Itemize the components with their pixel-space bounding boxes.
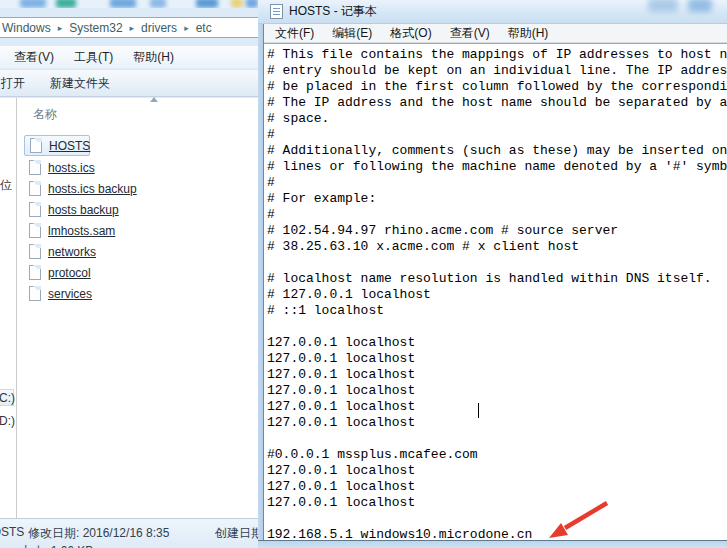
hosts-file-text: # This file contains the mappings of IP … [264,44,727,540]
chevron-right-icon: ▸ [53,23,68,33]
file-icon [29,244,41,259]
nav-pane-fragment[interactable]: 位 [0,177,12,194]
chevron-right-icon: ▸ [179,23,194,33]
file-row[interactable]: services [24,283,254,304]
menu-edit[interactable]: 编辑(E) [323,25,381,42]
blurred-toolbar-icon [20,0,46,8]
file-icon [29,202,41,217]
details-modified-date: 修改日期: 2016/12/16 8:35 [28,525,169,542]
window-title: HOSTS - 记事本 [289,3,377,20]
blurred-toolbar-icon [150,0,166,8]
file-name: services [48,287,92,301]
sort-ascending-icon [150,97,158,102]
new-folder-button[interactable]: 新建文件夹 [38,75,122,92]
menu-view[interactable]: 查看(V) [441,25,499,42]
menu-view[interactable]: 查看(V) [4,49,64,66]
column-header-name[interactable]: 名称 [33,106,57,123]
annotation-arrow [535,493,625,547]
file-icon [29,265,41,280]
blurred-toolbar-icon [231,0,243,8]
nav-item-drive-c[interactable]: C:) [0,391,15,405]
menu-tools[interactable]: 工具(T) [64,49,123,66]
text-caret [478,403,479,418]
details-pane: HOSTS 修改日期: 2016/12/16 8:35 创建日期: 大小: 1.… [0,518,262,548]
details-file-name: HOSTS [0,525,24,539]
file-icon [29,181,41,196]
breadcrumb-item-windows[interactable]: Windows [0,21,53,35]
file-icon [30,138,42,153]
menu-help[interactable]: 帮助(H) [123,49,184,66]
breadcrumb-item-drivers[interactable]: drivers [139,21,179,35]
file-icon [29,286,41,301]
blurred-toolbar-icon [110,0,136,8]
glass-reflection [648,0,678,12]
window-bottom-border [258,540,727,548]
notepad-titlebar[interactable]: HOSTS - 记事本 [258,0,727,24]
explorer-command-bar: 打开 新建文件夹 [0,70,262,97]
menu-help[interactable]: 帮助(H) [499,25,558,42]
details-file-size: 大小: 1.06 KB [20,543,93,548]
explorer-menubar: 查看(V) 工具(T) 帮助(H) [0,46,262,69]
glass-reflection [688,0,712,12]
menu-format[interactable]: 格式(O) [381,25,440,42]
breadcrumb[interactable]: Windows ▸ System32 ▸ drivers ▸ etc [0,17,260,38]
file-name: hosts.ics backup [48,182,137,196]
file-row-hosts[interactable]: HOSTS [24,135,90,156]
details-created-label: 创建日期: [215,525,262,542]
blurred-toolbar-icon [246,0,258,8]
file-row[interactable]: lmhosts.sam [24,220,254,241]
explorer-toolbar-blurred [0,0,262,8]
file-row[interactable]: hosts.ics [24,157,254,178]
explorer-window: Windows ▸ System32 ▸ drivers ▸ etc 查看(V)… [0,0,262,548]
screen: Windows ▸ System32 ▸ drivers ▸ etc 查看(V)… [0,0,727,548]
file-row[interactable]: protocol [24,262,254,283]
file-name: networks [48,245,96,259]
notepad-text-area[interactable]: # This file contains the mappings of IP … [264,43,727,540]
file-icon [29,223,41,238]
blurred-toolbar-icon [56,0,76,8]
file-name: protocol [48,266,91,280]
file-name: hosts.ics [48,161,95,175]
file-row[interactable]: hosts backup [24,199,254,220]
file-row[interactable]: hosts.ics backup [24,178,254,199]
blurred-toolbar-icon [196,0,218,8]
open-button[interactable]: 打开 [0,75,27,92]
file-icon [29,160,41,175]
file-row[interactable]: networks [24,241,254,262]
nav-item-drive-d[interactable]: D:) [0,414,15,428]
notepad-icon[interactable] [270,4,283,19]
file-name: lmhosts.sam [48,224,115,238]
file-name: HOSTS [49,139,90,153]
menu-file[interactable]: 文件(F) [266,25,323,42]
file-name: hosts backup [48,203,119,217]
pane-separator [16,98,17,518]
chevron-right-icon: ▸ [125,23,140,33]
breadcrumb-item-etc[interactable]: etc [194,21,214,35]
notepad-menubar: 文件(F) 编辑(E) 格式(O) 查看(V) 帮助(H) [264,24,727,43]
breadcrumb-item-system32[interactable]: System32 [67,21,124,35]
notepad-window: HOSTS - 记事本 文件(F) 编辑(E) 格式(O) 查看(V) 帮助(H… [258,0,727,548]
